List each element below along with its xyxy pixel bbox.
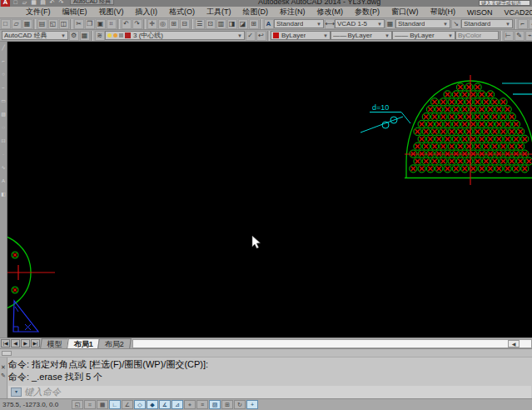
tab-布局2[interactable]: 布局2 [97, 338, 132, 348]
open-icon[interactable]: ▱ [21, 0, 28, 6]
new-icon[interactable]: □ [1, 19, 11, 29]
layer-lock-icon[interactable] [119, 33, 123, 38]
tool-palettes-icon[interactable]: ▥ [216, 19, 226, 29]
undo-icon[interactable]: ↶ [122, 19, 132, 29]
cut-icon[interactable]: ✂ [74, 19, 84, 29]
designcenter-icon[interactable]: ⊡ [206, 19, 216, 29]
arc-icon[interactable]: ⌢ [1, 85, 7, 91]
infocenter-search-input[interactable]: 键入关键字或短语 [479, 0, 530, 6]
menu-item-4[interactable]: 插入(I) [130, 7, 164, 18]
workspace-combo[interactable]: AutoCAD 经典▼ [2, 31, 68, 40]
open-icon[interactable]: ▱ [12, 19, 22, 29]
toggle-transparency[interactable]: ▨ [209, 400, 221, 409]
layer-on-icon[interactable] [107, 33, 112, 38]
toggle-ortho-mode[interactable]: ∟ [109, 400, 121, 409]
mleader-style-icon[interactable]: ↘ [451, 19, 461, 29]
menu-item-1[interactable]: 文件(F) [20, 7, 57, 18]
make-layer-current-icon[interactable]: ✓ [246, 31, 256, 41]
tab-nav-next-button[interactable]: ▶ [21, 339, 30, 348]
revision-cloud-icon[interactable]: ⌢ [529, 19, 532, 29]
app-logo-icon[interactable]: A [1, 0, 10, 7]
layer-previous-icon[interactable]: ↩ [256, 31, 266, 41]
save-workspace-icon[interactable]: ▦ [80, 31, 90, 41]
menu-item-11[interactable]: 窗口(W) [385, 7, 425, 18]
layer-combo[interactable]: 3 (中心线) ▼ [105, 31, 245, 40]
layer-properties-icon[interactable]: ≋ [95, 31, 105, 41]
save-icon[interactable]: ▦ [30, 0, 37, 6]
menu-item-14[interactable]: VCAD2020 [499, 8, 532, 17]
color-combo[interactable]: ByLayer ▼ [271, 31, 331, 40]
tab-布局1[interactable]: 布局1 [67, 338, 101, 348]
plot-icon[interactable]: ▤ [39, 0, 47, 6]
match-icon[interactable]: ⊢ [504, 31, 514, 41]
tab-nav-last-button[interactable]: ▶| [31, 339, 40, 348]
tab-模型[interactable]: 模型 [40, 338, 70, 348]
mline-icon[interactable]: ⌐ [518, 19, 528, 29]
toggle-snap-mode[interactable]: ⌗ [84, 400, 96, 409]
command-window[interactable]: ✕ ✎ 命令: 指定对角点或 [栏选(F)/圈围(WP)/圈交(CP)]:命令:… [0, 348, 532, 398]
insert-block-icon[interactable]: ⊡ [1, 138, 7, 144]
toggle-3d-object-snap[interactable]: ◆ [147, 400, 158, 409]
paint-icon[interactable]: ✎ [515, 31, 525, 41]
command-input[interactable]: 键入命令 [24, 386, 61, 398]
menu-item-8[interactable]: 标注(N) [274, 7, 311, 18]
mleader-style-combo[interactable]: Standard▼ [461, 19, 513, 28]
toggle-annotation-monitor[interactable]: + [246, 400, 258, 409]
region-icon[interactable]: ◧ [1, 192, 7, 198]
command-options-icon[interactable]: ▾ [11, 388, 22, 397]
toggle-object-snap-tracking[interactable]: ∡ [159, 400, 171, 409]
toggle-polar-tracking[interactable]: ∠ [122, 400, 133, 409]
redo-icon[interactable]: ↷ [57, 0, 65, 6]
zoom-window-icon[interactable]: ⊞ [169, 19, 179, 29]
match-properties-icon[interactable]: ⌗ [107, 19, 117, 29]
toggle-object-snap[interactable]: ◇ [134, 400, 146, 409]
toggle-dynamic-ucs[interactable]: ⊿ [172, 400, 183, 409]
menu-item-9[interactable]: 修改(M) [311, 7, 350, 18]
sheetset-icon[interactable]: ◨ [227, 19, 237, 29]
menu-item-12[interactable]: 帮助(H) [425, 7, 462, 18]
text-icon[interactable]: A [1, 178, 7, 184]
menu-item-13[interactable]: WISON [461, 8, 499, 17]
markup-icon[interactable]: ◪ [238, 19, 248, 29]
toggle-infer-constraints[interactable]: ◱ [72, 400, 83, 409]
toggle-dynamic-input[interactable]: ⌖ [184, 400, 196, 409]
menu-item-3[interactable]: 视图(V) [93, 7, 130, 18]
copy-icon[interactable]: ❐ [85, 19, 95, 29]
paste-icon[interactable]: ▣ [96, 19, 106, 29]
dim-style-icon[interactable]: ⟷ [325, 19, 335, 29]
command-history[interactable]: 命令: 指定对角点或 [栏选(F)/圈围(WP)/圈交(CP)]:命令: _.e… [8, 358, 531, 385]
command-window-grip[interactable] [0, 349, 532, 358]
ellipse-icon[interactable]: ◌ [1, 125, 7, 131]
menu-item-5[interactable]: 格式(O) [163, 7, 201, 18]
model-canvas[interactable]: d=10 [7, 42, 532, 338]
workspace-settings-icon[interactable]: ⚙ [69, 31, 79, 41]
lineweight-combo[interactable]: —— ByLayer ▼ [392, 31, 455, 40]
linetype-combo[interactable]: — — ByLayer ▼ [331, 31, 392, 40]
properties-icon[interactable]: ☰ [195, 19, 205, 29]
toggle-grid-display[interactable]: ▦ [97, 400, 108, 409]
dim-style-combo[interactable]: VCAD 1-5▼ [335, 19, 385, 28]
rectangle-icon[interactable]: ▭ [1, 98, 7, 104]
plot-icon[interactable]: ▤ [37, 19, 47, 29]
toggle-selection-cycling[interactable]: ↻ [234, 400, 246, 409]
hatch-icon[interactable]: ▨ [1, 112, 7, 118]
zoom-realtime-icon[interactable]: ◎ [158, 19, 168, 29]
horizontal-scrollbar[interactable]: ◀ [132, 339, 532, 348]
undo-icon[interactable]: ↶ [48, 0, 56, 6]
publish-icon[interactable]: ◫ [59, 19, 69, 29]
text-style-icon[interactable]: A [264, 19, 274, 29]
workspace-dropdown-qat[interactable]: AutoCAD 经典 [70, 0, 114, 5]
redo-icon[interactable]: ↷ [132, 19, 142, 29]
quickcalc-icon[interactable]: ⊞ [249, 19, 259, 29]
table-style-icon[interactable]: ▦ [385, 19, 395, 29]
scroll-left-button[interactable]: ◀ [508, 340, 520, 348]
pan-icon[interactable]: ✛ [147, 19, 157, 29]
customize-icon[interactable]: ✎ [1, 372, 6, 378]
table-style-combo[interactable]: Standard▼ [395, 19, 450, 28]
toggle-quick-properties[interactable]: ⊞ [221, 400, 233, 409]
tab-nav-first-button[interactable]: |◀ [1, 339, 10, 348]
plot-preview-icon[interactable]: ◱ [48, 19, 58, 29]
tab-nav-prev-button[interactable]: ◀ [11, 339, 20, 348]
menu-item-2[interactable]: 编辑(E) [57, 7, 93, 18]
menu-item-10[interactable]: 参数(P) [349, 7, 385, 18]
